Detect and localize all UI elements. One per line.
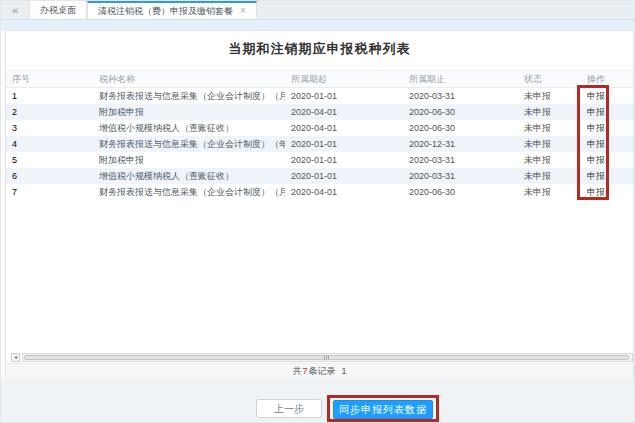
page-number[interactable]: 1 [342,366,347,376]
cell-tax-name: 增值税小规模纳税人（查账征收） [93,122,285,135]
table-row: 6 增值税小规模纳税人（查账征收） 2020-01-01 2020-03-31 … [6,168,633,184]
column-header-period-end: 所属期止 [403,73,518,86]
close-icon[interactable]: × [240,6,246,16]
record-count-bar: 共 7 条记录 1 [6,363,633,378]
tab-deregistration-package[interactable]: 清税注销税（费）申报及缴销套餐 × [87,1,257,19]
cell-seq: 4 [6,139,93,149]
cell-period-end: 2020-03-31 [403,155,518,165]
cell-period-end: 2020-06-30 [403,107,518,117]
cell-period-start: 2020-01-01 [285,139,403,149]
cell-seq: 1 [6,91,93,101]
cell-period-start: 2020-04-01 [285,107,403,117]
cell-period-start: 2020-04-01 [285,187,403,197]
annotation-box-declare-column [577,85,609,200]
cell-seq: 6 [6,171,93,181]
table-row: 5 附加税申报 2020-01-01 2020-03-31 未申报 申报 [6,152,633,168]
content-panel: 当期和注销期应申报税种列表 序号 税种名称 所属期起 所属期止 状态 操作 1 … [5,30,634,378]
cell-period-start: 2020-01-01 [285,155,403,165]
cell-period-start: 2020-04-01 [285,123,403,133]
cell-seq: 2 [6,107,93,117]
cell-status: 未申报 [518,90,581,103]
cell-status: 未申报 [518,138,581,151]
cell-status: 未申报 [518,170,581,183]
record-count-suffix: 条记录 [309,365,336,378]
cell-status: 未申报 [518,154,581,167]
cell-period-start: 2020-01-01 [285,91,403,101]
cell-period-end: 2020-06-30 [403,187,518,197]
cell-status: 未申报 [518,122,581,135]
scrollbar-thumb[interactable] [24,355,629,360]
record-count-value: 7 [301,366,308,376]
table-row: 1 财务报表报送与信息采集（企业会计制度）（月季） 2020-01-01 202… [6,88,633,104]
tax-bureau-window: « 办税桌面 清税注销税（费）申报及缴销套餐 × 当期和注销期应申报税种列表 序… [0,0,635,423]
cell-seq: 5 [6,155,93,165]
column-header-seq: 序号 [6,73,93,86]
cell-tax-name: 附加税申报 [93,106,285,119]
column-header-action: 操作 [581,73,633,86]
tab-label: 清税注销税（费）申报及缴销套餐 [98,5,233,18]
cell-period-end: 2020-03-31 [403,91,518,101]
cell-period-end: 2020-12-31 [403,139,518,149]
column-header-period-start: 所属期起 [285,73,403,86]
record-count-prefix: 共 [292,365,301,378]
column-header-status: 状态 [518,73,581,86]
tax-type-table: 序号 税种名称 所属期起 所属期止 状态 操作 1 财务报表报送与信息采集（企业… [6,70,633,200]
page-title: 当期和注销期应申报税种列表 [6,40,633,58]
cell-status: 未申报 [518,186,581,199]
previous-step-button[interactable]: 上一步 [256,399,322,418]
table-row: 7 财务报表报送与信息采集（企业会计制度）（月季） 2020-04-01 202… [6,184,633,200]
toolbar-strip [1,20,635,30]
tab-label: 办税桌面 [40,4,76,17]
cell-period-end: 2020-03-31 [403,171,518,181]
scrollbar-track[interactable] [22,353,633,362]
tab-bar: « 办税桌面 清税注销税（费）申报及缴销套餐 × [1,1,635,20]
tab-tax-desktop[interactable]: 办税桌面 [29,1,87,19]
cell-tax-name: 财务报表报送与信息采集（企业会计制度）（年度） [93,138,285,151]
cell-tax-name: 增值税小规模纳税人（查账征收） [93,170,285,183]
horizontal-scrollbar: ◂ [6,353,633,362]
cell-period-end: 2020-06-30 [403,123,518,133]
collapse-tabs-icon[interactable]: « [1,1,29,19]
scroll-left-arrow-icon[interactable]: ◂ [11,353,20,362]
cell-status: 未申报 [518,106,581,119]
cell-tax-name: 附加税申报 [93,154,285,167]
column-header-tax-name: 税种名称 [93,73,285,86]
cell-period-start: 2020-01-01 [285,171,403,181]
annotation-box-sync-button [327,395,439,422]
table-row: 3 增值税小规模纳税人（查账征收） 2020-04-01 2020-06-30 … [6,120,633,136]
cell-tax-name: 财务报表报送与信息采集（企业会计制度）（月季） [93,186,285,199]
table-row: 2 附加税申报 2020-04-01 2020-06-30 未申报 申报 [6,104,633,120]
footer-bar: 上一步 同步申报列表数据 [1,378,635,423]
cell-seq: 3 [6,123,93,133]
table-row: 4 财务报表报送与信息采集（企业会计制度）（年度） 2020-01-01 202… [6,136,633,152]
table-header-row: 序号 税种名称 所属期起 所属期止 状态 操作 [6,70,633,88]
cell-seq: 7 [6,187,93,197]
cell-tax-name: 财务报表报送与信息采集（企业会计制度）（月季） [93,90,285,103]
